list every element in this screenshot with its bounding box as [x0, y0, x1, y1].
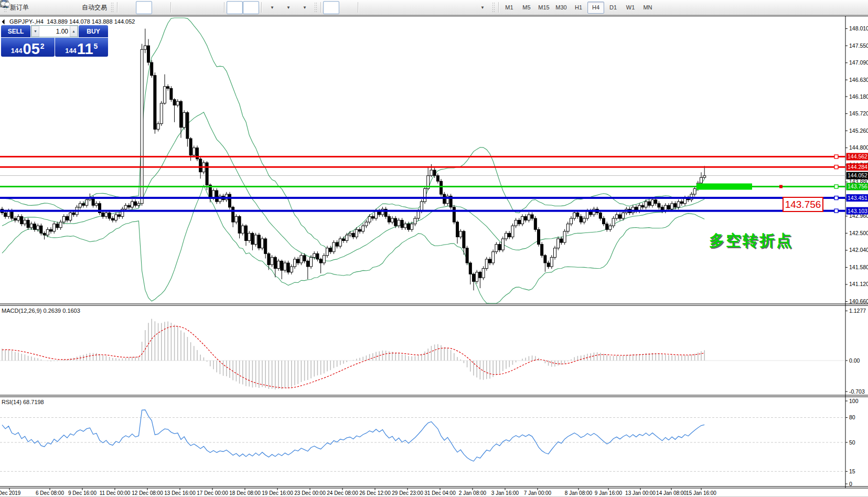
- line-chart-button[interactable]: [152, 1, 168, 14]
- volume-increase-button[interactable]: ▲: [70, 26, 78, 37]
- bollinger-bands: [2, 18, 704, 303]
- text-label-tool-button[interactable]: T: [458, 1, 474, 14]
- volume-stepper: ▼ ▲: [31, 25, 78, 37]
- svg-text:141.120: 141.120: [849, 281, 868, 287]
- chat-bubbles-icon: [0, 0, 10, 8]
- symbol-marker-icon: [2, 19, 7, 24]
- svg-text:18 Dec 08:00: 18 Dec 08:00: [229, 490, 261, 496]
- svg-text:0: 0: [849, 481, 852, 487]
- search-button[interactable]: [833, 1, 850, 14]
- timeframe-m5[interactable]: M5: [518, 2, 535, 14]
- svg-text:Dec 2019: Dec 2019: [0, 490, 21, 496]
- svg-text:19 Dec 16:00: 19 Dec 16:00: [262, 490, 293, 496]
- svg-text:100: 100: [849, 398, 859, 404]
- volume-input[interactable]: [39, 28, 70, 35]
- svg-text:23 Dec 00:00: 23 Dec 00:00: [294, 490, 326, 496]
- trendline-tool-button[interactable]: [393, 1, 409, 14]
- svg-text:143.451: 143.451: [848, 195, 867, 201]
- sell-button[interactable]: SELL: [1, 25, 30, 37]
- new-order-button[interactable]: 新订单: [8, 1, 31, 14]
- svg-text:145.720: 145.720: [849, 110, 868, 117]
- timeframe-m1[interactable]: M1: [501, 2, 518, 14]
- macd-label: MACD(12,26,9) 0.2639 0.1603: [2, 308, 80, 314]
- svg-text:141.580: 141.580: [849, 264, 868, 270]
- svg-text:26 Dec 12:00: 26 Dec 12:00: [359, 490, 391, 496]
- zoom-out-button[interactable]: [189, 1, 206, 14]
- macd-axis[interactable]: 1.12770.00-0.703: [845, 308, 866, 395]
- community-button[interactable]: [850, 1, 866, 14]
- bar-chart-button[interactable]: [120, 1, 136, 14]
- time-axis[interactable]: Dec 20196 Dec 08:009 Dec 16:0011 Dec 00:…: [0, 488, 716, 496]
- turning-point-annotation[interactable]: 多空转折点: [709, 230, 793, 251]
- separator: [320, 2, 321, 13]
- volume-decrease-button[interactable]: ▼: [31, 26, 39, 37]
- gold-bars-icon-button[interactable]: [31, 1, 47, 14]
- timeframe-mn[interactable]: MN: [639, 2, 656, 14]
- svg-text:50: 50: [849, 439, 855, 446]
- auto-scroll-button[interactable]: [227, 1, 243, 14]
- crosshair-tool-button[interactable]: [339, 1, 356, 14]
- svg-text:13 Jan 00:00: 13 Jan 00:00: [625, 490, 656, 496]
- toolbar-grip: [492, 2, 495, 13]
- text-tool-button[interactable]: A: [442, 1, 458, 14]
- timeframe-d1[interactable]: D1: [605, 2, 621, 14]
- svg-text:15 Jan 16:00: 15 Jan 16:00: [686, 490, 716, 496]
- zoom-in-button[interactable]: [173, 1, 189, 14]
- separator: [117, 2, 117, 13]
- toolbar-grip: [314, 2, 317, 13]
- timeframe-h1[interactable]: H1: [570, 2, 587, 14]
- dropdown-caret: ▼: [480, 5, 485, 10]
- toolbar: 新订单 自动交易: [0, 0, 868, 15]
- svg-text:15: 15: [849, 468, 855, 474]
- symbol-header: GBPJPY-,H4 143.889 144.078 143.888 144.0…: [3, 18, 135, 25]
- buy-button[interactable]: BUY: [79, 25, 108, 37]
- mql5-terminal-icon-button[interactable]: [47, 1, 63, 14]
- separator: [224, 2, 224, 13]
- templates-button[interactable]: ▼: [296, 1, 313, 14]
- hline-handle: [834, 165, 838, 169]
- arrows-tool-button[interactable]: ▼: [474, 1, 490, 14]
- separator: [498, 2, 499, 13]
- svg-text:7 Jan 00:00: 7 Jan 00:00: [524, 490, 552, 496]
- rsi-label: RSI(14) 68.7198: [2, 399, 44, 405]
- autotrading-label: 自动交易: [82, 3, 107, 12]
- autotrading-button[interactable]: 自动交易: [80, 1, 109, 14]
- toolbar-grip: [111, 2, 113, 13]
- chart-shift-button[interactable]: [243, 1, 259, 14]
- vertical-line-tool-button[interactable]: [360, 1, 377, 14]
- buy-price-display[interactable]: 144115: [55, 38, 109, 57]
- dropdown-caret: ▼: [286, 5, 291, 10]
- timeframe-w1[interactable]: W1: [622, 2, 639, 14]
- timeframe-m30[interactable]: M30: [553, 2, 570, 14]
- cursor-tool-button[interactable]: [323, 1, 339, 14]
- highlight-band[interactable]: [696, 184, 752, 190]
- periods-button[interactable]: ▼: [280, 1, 296, 14]
- indicators-button[interactable]: ▼: [264, 1, 280, 14]
- svg-text:8 Jan 08:00: 8 Jan 08:00: [565, 490, 593, 496]
- equidistant-channel-tool-button[interactable]: E: [409, 1, 425, 14]
- svg-text:12 Dec 08:00: 12 Dec 08:00: [132, 490, 163, 496]
- timeframe-m15[interactable]: M15: [535, 2, 552, 14]
- sell-price-display[interactable]: 144052: [1, 38, 55, 57]
- horizontal-line-tool-button[interactable]: [377, 1, 393, 14]
- candlestick-chart-button[interactable]: [136, 1, 152, 14]
- svg-text:144.800: 144.800: [849, 144, 868, 151]
- svg-text:146.180: 146.180: [849, 93, 868, 100]
- rsi-axis[interactable]: 1008050150: [845, 398, 859, 487]
- fibonacci-tool-button[interactable]: F: [425, 1, 442, 14]
- svg-text:-0.703: -0.703: [849, 388, 865, 395]
- separator: [170, 2, 171, 13]
- svg-text:145.260: 145.260: [849, 128, 868, 134]
- chart-area[interactable]: 148.010147.550147.090146.630146.180145.7…: [0, 16, 868, 497]
- price-callout-label[interactable]: 143.756: [783, 197, 823, 212]
- svg-text:143.756: 143.756: [848, 183, 867, 189]
- panel-separators[interactable]: [0, 304, 868, 488]
- rsi-level-lines: [0, 418, 845, 472]
- svg-text:31 Dec 04:00: 31 Dec 04:00: [424, 490, 456, 496]
- timeframe-h4[interactable]: H4: [587, 2, 604, 14]
- callout-anchor[interactable]: [779, 185, 783, 188]
- tile-windows-button[interactable]: [206, 1, 222, 14]
- svg-text:17 Dec 00:00: 17 Dec 00:00: [197, 490, 228, 496]
- signals-icon-button[interactable]: [63, 1, 80, 14]
- bollinger-lower-line: [2, 185, 704, 303]
